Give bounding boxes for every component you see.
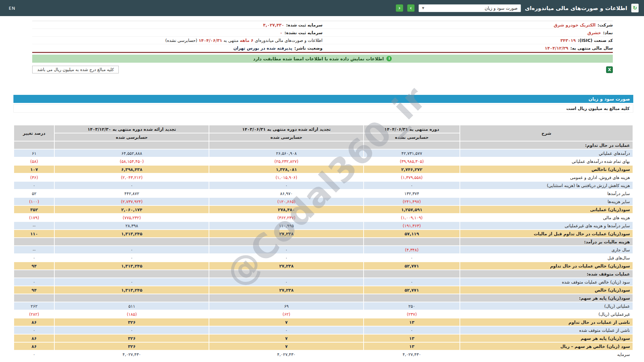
row-value: (۶۲) [209,310,363,318]
isic-label: کد صنعت (ISIC): [578,38,613,43]
col-subheader-audited-2: حسابرسی شده [55,133,209,141]
unit-note-row: X کلیه مبالغ درج شده به میلیون ریال می ب… [32,66,613,73]
row-label: سود(زیان) پایه هر سهم [460,335,633,342]
section-label: هزینه مالیات بر درآمد: [460,238,633,245]
row-label: درآمدهاي عملياتي [460,149,633,157]
row-label: سود(زیان) عملیات در حال تداوم قبل از مال… [460,230,633,237]
row-value: ۷ [209,318,363,326]
statement-row: عملیاتی (ریال)۲۵۰۶۹۵۱۱۲۶۲ [14,302,633,310]
period-audit-status: (حسابرسی نشده) [165,38,197,43]
section-empty-cell [14,238,54,245]
unregistered-capital-row: سرمایه ثبت نشده: ۰ [32,29,323,37]
row-value: (۱,۰۱۵,۹۰۶) [209,174,363,181]
row-value: ۶۱ [14,149,54,157]
period-months: ۶ ماهه [240,38,254,43]
row-value: ۰ [55,182,209,189]
row-value: ۶۹ [209,302,363,310]
row-value: ۱,۳۲۸,۰۸۱ [209,166,363,173]
row-value: (۵۸) [14,158,54,165]
section-empty-cell [209,238,363,245]
refresh-icon: ↻ [631,4,639,12]
row-label: ناشی از عملیات متوقف شده [460,326,633,334]
row-label: ناشی از عملیات در حال تداوم [460,318,633,326]
row-value: ۰ [14,254,54,261]
row-value: ۲۶,۵۶۰,۹۰۸ [209,149,363,157]
row-value: ۱۳ [364,318,460,326]
statement-row: هزینه کاهش ارزش دریافتنی ها (هزینه استثن… [14,182,633,189]
signed-data-notice: i اطلاعات نمایش داده شده با اطلاعات امضا… [32,55,613,63]
statement-row: سرمایه۴,۰۲۷,۴۳۰۴,۰۲۷,۴۳۰۴,۰۲۷,۴۳۰۰ [14,351,633,358]
row-value: ۰ [209,182,363,189]
row-value: (۳۹,۹۸۵,۳۰۵) [364,158,460,165]
next-period-button[interactable]: › [407,4,415,12]
row-value: ۰ [364,182,460,189]
row-value: ۱,۲۵۷,۵۹۱ [364,206,460,213]
row-value: ۰ [14,326,54,334]
row-value: ۲۷,۲۳۸ [209,262,363,269]
row-label: سود(زیان) ناخالص [460,166,633,173]
row-value: ۴,۰۲۷,۴۳۰ [209,351,363,358]
issuer-status-label: وضعیت ناشر: [294,46,322,51]
info-icon: i [386,56,392,61]
statement-row: سود(زیان) پایه هر سهم۱۳۷۳۲۶۸۶ [14,335,633,342]
row-label: سرمایه [460,351,633,358]
income-statement-table: شرح دوره منتهی به ۱۴۰۴/۰۶/۳۱ تجدید ارائه… [13,125,633,359]
period-mid: منتهی به [223,38,238,43]
row-value: ۲,۷۴۶,۲۷۲ [364,166,460,173]
language-en-link[interactable]: EN [9,6,15,11]
row-value: ۰ [209,278,363,286]
statement-row: سود(زیان) ناخالص۲,۷۴۶,۲۷۲۱,۳۲۸,۰۸۱۶,۳۹۸,… [14,166,633,173]
row-label: سود(زیان) خالص [460,286,633,294]
row-label: سود (زیان) خالص هر سهم – ریال [460,343,633,350]
top-bar: ↻ اطلاعات و صورت‌های مالی میاندوره‌ای صو… [0,0,644,16]
symbol-label: نماد: [603,30,613,35]
col-header-period-restated-1: تجدید ارائه شده دوره منتهی به ۱۴۰۳/۰۶/۳۱ [209,125,363,133]
report-type-select[interactable]: صورت سود و زیان ▼ [419,4,521,12]
row-value: ۸۶,۹۷۰ [209,190,363,197]
row-value: (۱,۰۰۹,۱۰۹) [364,214,460,221]
row-value: ۱۳ [364,335,460,342]
row-value: (۲۳۷) [364,310,460,318]
row-value: ۰ [55,254,209,261]
fiscal-year-label: سال مالی منتهی به: [570,46,613,51]
row-label: سال‌های قبل [460,254,633,261]
statement-row: سایر درآمدها۱۳۲,۳۷۴۸۶,۹۷۰۴۴۲,۸۷۲۵۲ [14,190,633,197]
prev-period-button[interactable]: ‹ [396,4,403,12]
col-header-period-current: دوره منتهی به ۱۴۰۴/۰۶/۳۱ [364,125,460,133]
col-subheader-audited-1: حسابرسی شده [209,133,363,141]
section-header-row: سود(زیان) پایه هر سهم: [14,294,633,302]
row-value: ۰ [14,351,54,358]
table-header: شرح دوره منتهی به ۱۴۰۴/۰۶/۳۱ تجدید ارائه… [14,125,633,141]
section-empty-cell [55,270,209,278]
section-empty-cell [55,294,209,302]
row-value: ۰ [364,278,460,286]
row-value: ۱۱۰,۹۹۵ [209,222,363,229]
row-value: ۵۷,۱۱۹ [364,230,460,237]
company-name-label: شرکت: [597,22,613,27]
symbol-row: نماد: خشرق [323,29,613,37]
row-value: ۱,۳۱۳,۲۴۵ [55,262,209,269]
statement-row: سود (زیان) خالص عملیات متوقف شده۰۰۰۰ [14,278,633,286]
row-value: ۲,۰۶۰,۱۷۴ [55,206,209,213]
row-value: ۸۶ [14,318,54,326]
row-value: (۱۸۵) [55,310,209,318]
unregistered-capital-label: سرمایه ثبت نشده: [284,30,323,35]
report-refresh-icon[interactable]: ↻ [631,4,639,12]
row-value: (۵۸,۱۵۴,۴۵۰) [55,158,209,165]
section-header-row: عملیات در حال تداوم: [14,141,633,149]
row-value: (۳۶) [14,174,54,181]
period-info-row: اطلاعات و صورت‌های مالی میاندوره‌ای ۶ ما… [32,37,323,44]
section-header-row: عملیات متوقف شده: [14,270,633,278]
fiscal-year-row: سال مالی منتهی به: ۱۴۰۴/۱۲/۲۹ [323,44,613,52]
statement-title-bar: صورت سود و زیان [13,95,633,103]
registered-capital-value: ۴,۰۲۷,۴۳۰ [263,22,284,27]
section-empty-cell [364,270,460,278]
section-label: عملیات متوقف شده: [460,270,633,278]
row-label: سایر هزینه‌ها [460,198,633,205]
excel-export-icon[interactable]: X [606,66,613,73]
isic-value: ۳۴۳۰۱۹ [560,38,576,43]
row-value: (۷۷۵,۲۳۲) [55,214,209,221]
section-empty-cell [209,270,363,278]
row-label: هزینه های مالی [460,214,633,221]
unit-note-box: کلیه مبالغ درج شده به میلیون ریال می باش… [32,66,119,73]
